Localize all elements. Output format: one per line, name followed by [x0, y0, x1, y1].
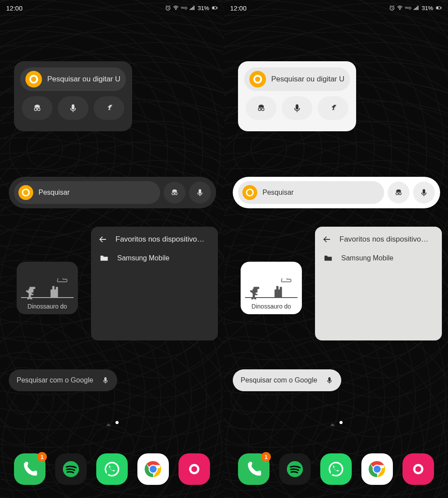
voice-search-button[interactable] — [282, 96, 312, 120]
page-dot-active — [116, 421, 119, 424]
voice-search-button[interactable] — [58, 96, 88, 120]
folder-icon — [99, 254, 109, 263]
notification-badge: 1 — [37, 452, 47, 462]
wifi-icon — [173, 5, 179, 11]
status-time: 12:00 — [230, 4, 247, 12]
volte-label: Vo)) — [181, 6, 187, 10]
folder-icon — [323, 254, 333, 263]
mic-icon — [196, 188, 204, 197]
incognito-icon — [32, 103, 42, 113]
battery-percent: 31% — [198, 5, 209, 11]
wifi-icon — [397, 5, 403, 11]
whatsapp-icon — [103, 460, 121, 478]
chrome-search-widget[interactable]: Pesquisar ou digitar URL — [14, 61, 132, 131]
status-bar: 12:00 Vo)) 31% — [0, 0, 224, 16]
page-indicator[interactable] — [0, 421, 224, 426]
google-pill-placeholder: Pesquisar com o Google — [241, 376, 317, 384]
page-dot-active — [340, 421, 343, 424]
voice-search-button[interactable] — [189, 182, 211, 203]
whatsapp-app[interactable] — [96, 453, 128, 485]
whatsapp-app[interactable] — [320, 453, 352, 485]
alarm-icon — [165, 5, 171, 11]
spotify-app[interactable] — [279, 453, 311, 485]
bookmark-folder-item[interactable]: Samsung Mobile — [98, 254, 211, 263]
chrome-search-widget[interactable]: Pesquisar ou digitar URL — [238, 61, 356, 131]
google-search-pill-widget[interactable]: Pesquisar com o Google — [233, 369, 341, 391]
chrome-app[interactable] — [361, 453, 393, 485]
chrome-badge-icon — [242, 185, 257, 200]
search-placeholder: Pesquisar ou digitar URL — [271, 75, 345, 84]
search-input-pill[interactable]: Pesquisar — [238, 181, 384, 204]
incognito-button[interactable] — [388, 182, 410, 203]
back-arrow-icon[interactable] — [98, 235, 108, 244]
chrome-dino-widget[interactable]: Dinossauro do — [241, 262, 302, 314]
chrome-bookmarks-widget[interactable]: Favoritos nos dispositivo… Samsung Mobil… — [315, 227, 442, 340]
homescreen-light: 12:00 Vo)) 31% Pesquisar ou digitar URL … — [224, 0, 448, 498]
chrome-search-bar-widget[interactable]: Pesquisar — [9, 177, 216, 208]
search-placeholder: Pesquisar ou digitar URL — [47, 75, 121, 84]
bookmark-folder-label: Samsung Mobile — [341, 254, 393, 262]
notification-badge: 1 — [261, 452, 271, 462]
battery-percent: 31% — [422, 5, 433, 11]
google-search-pill-widget[interactable]: Pesquisar com o Google — [9, 369, 117, 391]
dock: 1 — [0, 453, 224, 485]
mic-icon[interactable] — [326, 376, 333, 384]
battery-icon — [212, 5, 218, 11]
bookmarks-title: Favoritos nos dispositivo… — [116, 235, 204, 244]
spotify-app[interactable] — [55, 453, 87, 485]
camera-icon — [186, 460, 203, 478]
dino-game-button[interactable] — [318, 96, 348, 120]
google-pill-placeholder: Pesquisar com o Google — [17, 376, 93, 384]
mic-icon — [68, 103, 78, 113]
bookmark-folder-label: Samsung Mobile — [117, 254, 169, 262]
whatsapp-icon — [327, 460, 345, 478]
chrome-search-bar-widget[interactable]: Pesquisar — [233, 177, 440, 208]
voice-search-button[interactable] — [413, 182, 435, 203]
mic-icon — [292, 103, 302, 113]
back-arrow-icon[interactable] — [322, 235, 332, 244]
incognito-button[interactable] — [246, 96, 276, 120]
dino-icon — [328, 103, 338, 113]
signal-icon — [189, 5, 195, 11]
search-bar-placeholder: Pesquisar — [262, 189, 294, 196]
status-time: 12:00 — [6, 4, 23, 12]
incognito-icon — [256, 103, 266, 113]
search-pill[interactable]: Pesquisar ou digitar URL — [20, 67, 126, 91]
chrome-badge-icon — [25, 71, 42, 88]
dino-scene-icon — [244, 273, 298, 299]
phone-app[interactable]: 1 — [14, 453, 46, 485]
chrome-bookmarks-widget[interactable]: Favoritos nos dispositivo… Samsung Mobil… — [91, 227, 218, 340]
search-input-pill[interactable]: Pesquisar — [14, 181, 160, 204]
phone-app[interactable]: 1 — [238, 453, 270, 485]
chrome-icon — [144, 460, 162, 478]
signal-icon — [413, 5, 419, 11]
dino-icon — [104, 103, 114, 113]
dino-widget-label: Dinossauro do — [252, 303, 291, 310]
incognito-button[interactable] — [22, 96, 52, 120]
camera-app[interactable] — [178, 453, 210, 485]
chrome-app[interactable] — [137, 453, 169, 485]
bookmark-folder-item[interactable]: Samsung Mobile — [322, 254, 435, 263]
dino-widget-label: Dinossauro do — [28, 303, 67, 310]
search-pill[interactable]: Pesquisar ou digitar URL — [244, 67, 350, 91]
home-page-icon — [106, 421, 111, 426]
chrome-badge-icon — [249, 71, 266, 88]
status-bar: 12:00 Vo)) 31% — [224, 0, 448, 16]
volte-label: Vo)) — [405, 6, 411, 10]
phone-icon — [245, 460, 262, 478]
mic-icon — [420, 188, 428, 197]
homescreen-dark: 12:00 Vo)) 31% Pesquisar ou digitar URL — [0, 0, 224, 498]
incognito-button[interactable] — [164, 182, 186, 203]
mic-icon[interactable] — [102, 376, 109, 384]
incognito-icon — [170, 188, 179, 197]
chrome-badge-icon — [18, 185, 33, 200]
dino-game-button[interactable] — [94, 96, 124, 120]
page-indicator[interactable] — [224, 421, 448, 426]
camera-app[interactable] — [402, 453, 434, 485]
chrome-dino-widget[interactable]: Dinossauro do — [17, 262, 78, 314]
incognito-icon — [394, 188, 403, 197]
dino-scene-icon — [20, 273, 74, 299]
dock: 1 — [224, 453, 448, 485]
bookmarks-title: Favoritos nos dispositivo… — [340, 235, 428, 244]
search-bar-placeholder: Pesquisar — [38, 189, 70, 196]
